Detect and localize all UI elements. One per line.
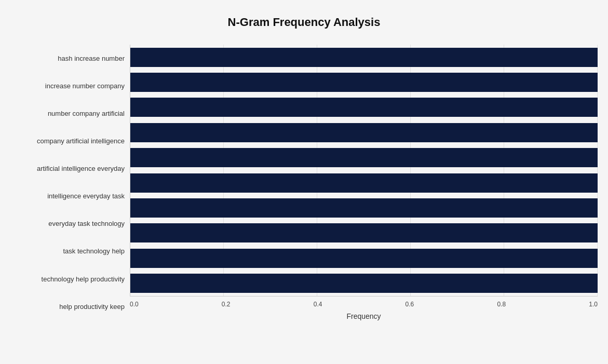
bar-row: [130, 247, 598, 270]
bar-row: [130, 71, 598, 94]
bars-and-x: 0.00.20.40.60.81.0 Frequency: [130, 45, 598, 320]
x-tick: 0.4: [314, 301, 322, 308]
bar: [130, 48, 598, 67]
bar-row: [130, 272, 598, 295]
x-tick: 0.0: [130, 301, 139, 308]
y-label: intelligence everyday task: [10, 192, 125, 200]
chart-container: N-Gram Frequency Analysis hash increase …: [0, 0, 608, 364]
y-label: increase number company: [10, 82, 125, 90]
bar-row: [130, 196, 598, 220]
y-label: everyday task technology: [10, 220, 125, 228]
x-axis-label: Frequency: [130, 312, 598, 320]
y-label: number company artificial: [10, 110, 125, 118]
y-label: artificial intelligence everyday: [10, 165, 125, 173]
bar-row: [130, 146, 598, 169]
bar-row: [130, 46, 598, 69]
bar: [130, 73, 598, 92]
y-label: help productivity keep: [10, 303, 125, 311]
bar: [130, 98, 598, 117]
x-tick: 0.8: [497, 301, 506, 308]
bar-row: [130, 96, 598, 119]
bars-section: [130, 45, 598, 296]
bar-row: [130, 171, 598, 195]
bar: [130, 223, 598, 242]
y-label: company artificial intelligence: [10, 137, 125, 145]
x-axis: 0.00.20.40.60.81.0: [130, 296, 598, 310]
bar: [130, 148, 598, 167]
bar-row: [130, 221, 598, 245]
y-label: hash increase number: [10, 55, 125, 63]
y-label: task technology help: [10, 247, 125, 255]
x-tick: 1.0: [589, 301, 598, 308]
bar: [130, 123, 598, 142]
y-labels: hash increase numberincrease number comp…: [10, 45, 130, 320]
chart-area: hash increase numberincrease number comp…: [10, 45, 598, 320]
x-tick: 0.6: [406, 301, 414, 308]
x-tick: 0.2: [222, 301, 231, 308]
bar: [130, 173, 598, 193]
y-label: technology help productivity: [10, 275, 125, 284]
bar: [130, 274, 598, 293]
bar: [130, 198, 598, 218]
bar-row: [130, 121, 598, 144]
chart-title: N-Gram Frequency Analysis: [10, 16, 598, 29]
bar: [130, 249, 598, 268]
